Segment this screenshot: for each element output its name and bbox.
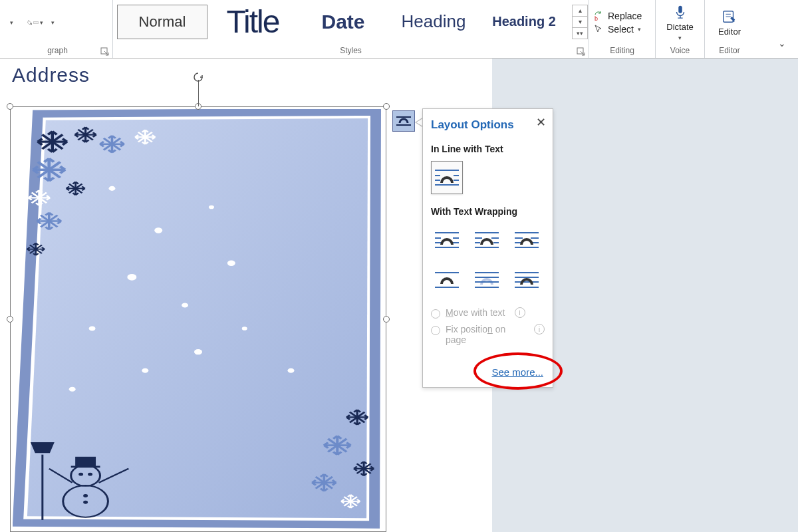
- move-with-text-radio: Move with text i: [431, 307, 545, 319]
- flyout-title: Layout Options: [431, 118, 545, 132]
- style-normal[interactable]: Normal: [117, 5, 207, 39]
- inline-section-label: In Line with Text: [431, 144, 545, 154]
- see-more-link[interactable]: See more...: [491, 366, 543, 378]
- gallery-down-icon[interactable]: ▾: [573, 17, 587, 28]
- wrap-behind-text[interactable]: [471, 263, 503, 297]
- resize-handle[interactable]: [7, 103, 13, 110]
- dictate-button[interactable]: Dictate ▾: [666, 3, 693, 41]
- move-with-text-label: Move with text: [446, 307, 505, 318]
- dictate-label: Dictate: [666, 22, 693, 32]
- flyout-pointer-icon: [415, 118, 422, 127]
- styles-scroll[interactable]: ▴ ▾ ▾▾: [572, 5, 588, 39]
- fix-position-radio: Fix position on page i: [431, 324, 545, 345]
- group-editing: b Replace Select ▾ Editing: [589, 0, 656, 58]
- rotation-stem: [198, 80, 199, 106]
- group-label-voice: Voice: [660, 45, 700, 57]
- caret-down-icon: ▾: [51, 19, 55, 26]
- wrap-tight[interactable]: [471, 223, 503, 257]
- layout-options-flyout: Layout Options ✕ In Line with Text With …: [422, 108, 553, 388]
- gallery-more-icon[interactable]: ▾▾: [573, 28, 587, 39]
- group-editor: Editor Editor: [705, 0, 754, 58]
- shading-button[interactable]: ▾: [25, 18, 45, 27]
- caret-down-icon: ▾: [638, 26, 641, 33]
- style-title[interactable]: Title: [207, 5, 298, 39]
- rotation-handle[interactable]: [193, 72, 203, 82]
- caret-down-icon: ▾: [678, 35, 682, 41]
- ribbon: ▾ ▾ ▾ graph Normal Title Date Heading: [0, 0, 798, 59]
- style-heading[interactable]: Heading: [388, 5, 479, 39]
- address-heading: Address: [12, 64, 90, 86]
- info-icon[interactable]: i: [515, 307, 525, 318]
- group-label-styles: Styles: [117, 45, 585, 57]
- group-paragraph: ▾ ▾ ▾ graph: [0, 0, 113, 58]
- radio-icon: [431, 326, 440, 335]
- selected-picture[interactable]: [10, 106, 386, 532]
- wrap-inline[interactable]: [431, 161, 463, 194]
- layout-options-anchor[interactable]: [392, 110, 415, 132]
- editor-label: Editor: [718, 27, 741, 37]
- selection-border: [10, 106, 386, 532]
- info-icon[interactable]: i: [534, 324, 545, 334]
- close-icon[interactable]: ✕: [536, 117, 546, 128]
- line-spacing-button[interactable]: ▾: [7, 18, 15, 27]
- wrapping-section-label: With Text Wrapping: [431, 206, 545, 217]
- gallery-up-icon[interactable]: ▴: [573, 5, 587, 17]
- select-button[interactable]: Select ▾: [593, 24, 642, 35]
- svg-text:b: b: [595, 15, 598, 21]
- editor-button[interactable]: Editor: [718, 8, 741, 37]
- style-date[interactable]: Date: [298, 5, 388, 39]
- svg-rect-4: [678, 6, 682, 13]
- fix-position-label: Fix position on page: [446, 324, 525, 345]
- style-heading2[interactable]: Heading 2: [479, 5, 569, 39]
- resize-handle[interactable]: [7, 316, 13, 323]
- wrap-square[interactable]: [431, 223, 463, 257]
- borders-button[interactable]: ▾: [48, 18, 57, 27]
- radio-icon: [431, 309, 440, 319]
- select-label: Select: [608, 24, 634, 35]
- dialog-launcher-icon[interactable]: [100, 47, 110, 57]
- group-voice: Dictate ▾ Voice: [656, 0, 705, 58]
- group-label-editor: Editor: [709, 45, 750, 57]
- replace-button[interactable]: b Replace: [593, 11, 642, 21]
- wrap-top-bottom[interactable]: [431, 263, 463, 297]
- group-label-paragraph: graph: [7, 45, 108, 57]
- resize-handle[interactable]: [383, 103, 390, 110]
- collapse-ribbon-icon[interactable]: ⌄: [778, 38, 786, 49]
- wrap-in-front-of-text[interactable]: [511, 263, 543, 297]
- resize-handle[interactable]: [383, 316, 390, 323]
- wrap-through[interactable]: [511, 223, 543, 257]
- group-label-editing: Editing: [593, 45, 651, 57]
- caret-down-icon: ▾: [10, 19, 13, 26]
- dialog-launcher-icon[interactable]: [577, 47, 586, 57]
- group-styles: Normal Title Date Heading Heading 2 ▴ ▾ …: [113, 0, 589, 58]
- caret-down-icon: ▾: [40, 19, 43, 26]
- styles-gallery[interactable]: Normal Title Date Heading Heading 2 ▴ ▾ …: [117, 5, 588, 39]
- replace-label: Replace: [608, 11, 642, 21]
